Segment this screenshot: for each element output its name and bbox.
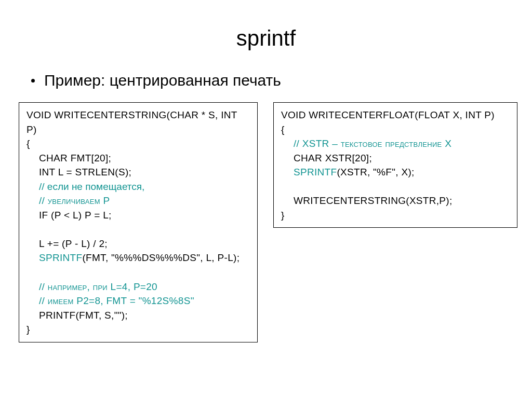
- code-line: {: [26, 136, 250, 151]
- code-line: SPRINTF(FMT, "%%%DS%%%DS", L, P-L);: [26, 251, 250, 265]
- t: //: [294, 138, 302, 149]
- blank-line: [281, 180, 510, 194]
- t: P: [103, 195, 110, 206]
- t: TRING: [375, 195, 406, 206]
- t: F: [383, 109, 389, 120]
- code-line: IF (P < L) P = L;: [26, 208, 250, 223]
- t: RITE: [63, 109, 86, 120]
- t: S: [294, 167, 300, 177]
- t: ): [33, 124, 37, 135]
- t: ENTER: [349, 109, 383, 120]
- t: RINTF: [46, 310, 75, 321]
- t: C: [87, 109, 94, 120]
- t: XSTR: [340, 167, 367, 177]
- t: L: [111, 281, 116, 292]
- code-line: PRINTF(FMT, S,"");: [26, 308, 250, 323]
- t: L: [228, 252, 233, 263]
- t: HAR FMT: [46, 153, 91, 163]
- t: ,: [99, 310, 104, 321]
- code-line: }: [26, 322, 250, 337]
- code-line: CHAR XSTR[20];: [281, 151, 510, 166]
- blank-line: [26, 222, 250, 237]
- t: (: [51, 210, 55, 221]
- t: ": [191, 295, 194, 306]
- t: P: [55, 210, 61, 221]
- t: (: [406, 195, 409, 206]
- t: );: [125, 167, 131, 177]
- t: P: [439, 195, 446, 206]
- t: FMT: [79, 310, 99, 321]
- t: -: [72, 238, 81, 249]
- t: =20: [140, 281, 157, 292]
- t: );: [233, 252, 240, 263]
- code-line: VOID WRITECENTERFLOAT(FLOAT X, INT P): [281, 108, 510, 122]
- t: , "%%%: [105, 252, 142, 263]
- t: CHAR: [170, 109, 198, 120]
- code-box-left: VOID WRITECENTERSTRING(CHAR * S, INT P) …: [19, 102, 258, 342]
- t: XSTR: [409, 195, 436, 206]
- bullet-text: Пример: центрированная печать: [44, 72, 281, 89]
- t: 2=8,: [83, 295, 106, 306]
- t: =: [91, 210, 103, 221]
- code-line: CHAR FMT[20];: [26, 151, 250, 166]
- t: C: [326, 195, 334, 206]
- t: <: [61, 210, 73, 221]
- t: X: [445, 138, 451, 149]
- code-line: SPRINTF(XSTR, "%F", X);: [281, 165, 510, 180]
- bullet-row: Пример: центрированная печать: [31, 72, 516, 89]
- code-line: {: [281, 122, 510, 137]
- t: LOAT: [389, 109, 415, 120]
- t: X: [401, 167, 408, 177]
- code-line: INT L = STRLEN(S);: [26, 165, 250, 180]
- t: ) / 2;: [87, 238, 108, 249]
- t: S: [163, 295, 169, 306]
- t: NT L: [42, 167, 63, 177]
- t: =: [63, 167, 75, 177]
- t: – текстовое предствление: [329, 138, 445, 149]
- t: FMT: [106, 295, 127, 306]
- t: =4,: [116, 281, 133, 292]
- t: (: [415, 109, 418, 120]
- slide-title: sprintf: [16, 26, 516, 51]
- t: S: [104, 310, 111, 321]
- slide: sprintf Пример: центрированная печать VO…: [0, 0, 532, 398]
- t: // увеличиваем: [39, 195, 103, 206]
- t: PRINTF: [300, 167, 337, 177]
- t: *: [198, 109, 208, 120]
- code-line: // если не помещается,: [26, 180, 250, 194]
- t: PRINTF: [46, 252, 82, 263]
- t: , "%: [367, 167, 385, 177]
- t: XSTR: [302, 138, 329, 149]
- t: ,: [215, 109, 221, 120]
- t: ,"");: [111, 310, 128, 321]
- t: W: [309, 109, 318, 120]
- t: += (: [44, 238, 65, 249]
- t: S: [128, 109, 135, 120]
- t: ",: [392, 167, 401, 177]
- t: ,: [211, 252, 217, 263]
- code-line: VOID WRITECENTERSTRING(CHAR * S, INT P): [26, 108, 250, 136]
- t: [20];: [91, 153, 111, 163]
- t: S: [368, 195, 375, 206]
- t: L: [73, 210, 78, 221]
- t: STRLEN: [75, 167, 115, 177]
- t: );: [446, 195, 452, 206]
- t: S: [184, 295, 191, 306]
- t: RITE: [318, 109, 341, 120]
- t: V: [281, 109, 288, 120]
- t: RITE: [303, 195, 326, 206]
- t: DS: [182, 252, 196, 263]
- t: // например, при: [39, 281, 111, 292]
- t: IF: [39, 210, 51, 221]
- t: OID: [33, 109, 54, 120]
- t: TRING: [135, 109, 167, 120]
- t: ): [78, 210, 85, 221]
- code-box-right: VOID WRITECENTERFLOAT(FLOAT X, INT P) { …: [273, 102, 517, 228]
- t: C: [39, 153, 46, 163]
- bullet-icon: [31, 79, 35, 83]
- code-line: // увеличиваем P: [26, 194, 250, 208]
- t: %8: [169, 295, 184, 306]
- code-line: L += (P - L) / 2;: [26, 237, 250, 251]
- t: ): [491, 109, 495, 120]
- t: P: [134, 281, 140, 292]
